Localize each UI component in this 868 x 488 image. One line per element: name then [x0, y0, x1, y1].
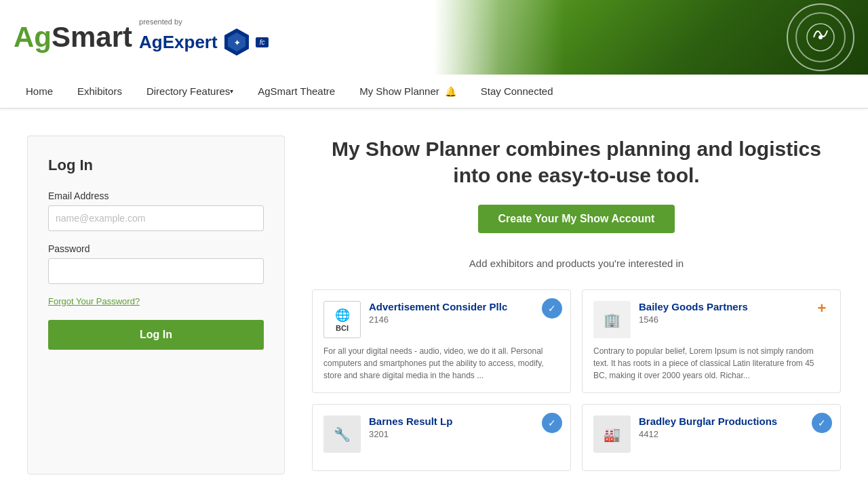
card-3-name: Barnes Result Lp: [369, 415, 559, 428]
svg-point-3: [807, 24, 834, 51]
hero-heading: My Show Planner combines planning and lo…: [312, 136, 841, 188]
fc-badge: fc: [256, 37, 269, 47]
forgot-password-link[interactable]: Forgot Your Password?: [48, 296, 264, 306]
login-title: Log In: [48, 157, 264, 174]
exhibitor-card-1: 🌐 BCI Advertisement Consider Pllc 2146 ✓…: [312, 289, 571, 393]
header-logo-circle-icon: [800, 17, 841, 58]
email-input[interactable]: [48, 205, 264, 231]
add-exhibitors-text: Add exhibitors and products you're inter…: [312, 258, 841, 269]
login-panel: Log In Email Address Password Forgot You…: [27, 136, 285, 474]
card-3-info: Barnes Result Lp 3201: [369, 415, 559, 439]
card-3-number: 3201: [369, 429, 559, 439]
svg-text:✦: ✦: [233, 39, 239, 47]
card-4-info: Bradley Burglar Productions 4412: [639, 415, 829, 439]
header: AgSmart presented by AgExpert ✦ fc: [0, 0, 868, 75]
agexpert-hexagon-icon: ✦: [222, 27, 252, 57]
exhibitor-card-3: 🔧 Barnes Result Lp 3201 ✓: [312, 404, 571, 471]
card-2-name: Bailey Goods Partners: [639, 301, 829, 313]
main-content: Log In Email Address Password Forgot You…: [0, 108, 868, 488]
card-2-logo: 🏢: [593, 301, 631, 338]
nav-exhibitors[interactable]: Exhibitors: [65, 75, 134, 108]
card-2-header: 🏢 Bailey Goods Partners 1546: [593, 301, 829, 338]
card-4-logo: 🏭: [593, 415, 631, 453]
right-content: My Show Planner combines planning and lo…: [312, 136, 841, 474]
main-navigation: Home Exhibitors Directory Features AgSma…: [0, 75, 868, 108]
nav-agsmart-theatre[interactable]: AgSmart Theatre: [245, 75, 347, 108]
agexpert-logo[interactable]: AgExpert ✦ fc: [139, 27, 269, 57]
card-1-info: Advertisement Consider Pllc 2146: [369, 301, 559, 325]
password-field-group: Password: [48, 243, 264, 284]
logo-text: AgSmart: [14, 21, 132, 54]
card-4-check-icon[interactable]: ✓: [812, 413, 832, 433]
email-field-group: Email Address: [48, 190, 264, 231]
header-circle-decoration: [787, 3, 854, 71]
card-1-desc: For all your digital needs - audio, vide…: [323, 345, 559, 382]
card-2-info: Bailey Goods Partners 1546: [639, 301, 829, 325]
nav-directory-features[interactable]: Directory Features: [134, 75, 245, 108]
card-3-header: 🔧 Barnes Result Lp 3201: [323, 415, 559, 453]
nav-home[interactable]: Home: [14, 75, 65, 108]
email-label: Email Address: [48, 190, 264, 201]
exhibitor-card-4: 🏭 Bradley Burglar Productions 4412 ✓: [582, 404, 841, 471]
header-logo: AgSmart presented by AgExpert ✦ fc: [14, 18, 269, 57]
password-input[interactable]: [48, 258, 264, 284]
exhibitor-cards-grid: 🌐 BCI Advertisement Consider Pllc 2146 ✓…: [312, 289, 841, 471]
card-4-header: 🏭 Bradley Burglar Productions 4412: [593, 415, 829, 453]
card-1-number: 2146: [369, 314, 559, 325]
login-button[interactable]: Log In: [48, 320, 264, 350]
password-label: Password: [48, 243, 264, 254]
agsmart-logo[interactable]: AgSmart: [14, 21, 132, 54]
bell-icon[interactable]: 🔔: [445, 86, 456, 97]
agexpert-text: AgExpert: [139, 32, 218, 53]
card-1-check-icon[interactable]: ✓: [542, 298, 562, 319]
create-account-button[interactable]: Create Your My Show Account: [478, 205, 675, 233]
card-4-name: Bradley Burglar Productions: [639, 415, 829, 428]
card-4-number: 4412: [639, 429, 829, 439]
card-1-logo: 🌐 BCI: [323, 301, 361, 338]
svg-point-4: [818, 35, 823, 39]
nav-my-show-planner[interactable]: My Show Planner 🔔: [347, 75, 469, 108]
card-3-check-icon[interactable]: ✓: [542, 413, 562, 433]
card-2-desc: Contrary to popular belief, Lorem Ipsum …: [593, 345, 829, 382]
hero-section: My Show Planner combines planning and lo…: [312, 136, 841, 269]
card-2-plus-icon[interactable]: +: [812, 298, 832, 319]
card-1-name: Advertisement Consider Pllc: [369, 301, 559, 313]
presented-by-label: presented by: [139, 18, 182, 26]
exhibitor-card-2: 🏢 Bailey Goods Partners 1546 + Contrary …: [582, 289, 841, 393]
card-3-logo: 🔧: [323, 415, 361, 453]
nav-stay-connected[interactable]: Stay Connected: [469, 75, 566, 108]
presented-by-section: presented by AgExpert ✦ fc: [139, 18, 269, 57]
card-2-number: 1546: [639, 314, 829, 325]
card-1-header: 🌐 BCI Advertisement Consider Pllc 2146: [323, 301, 559, 338]
